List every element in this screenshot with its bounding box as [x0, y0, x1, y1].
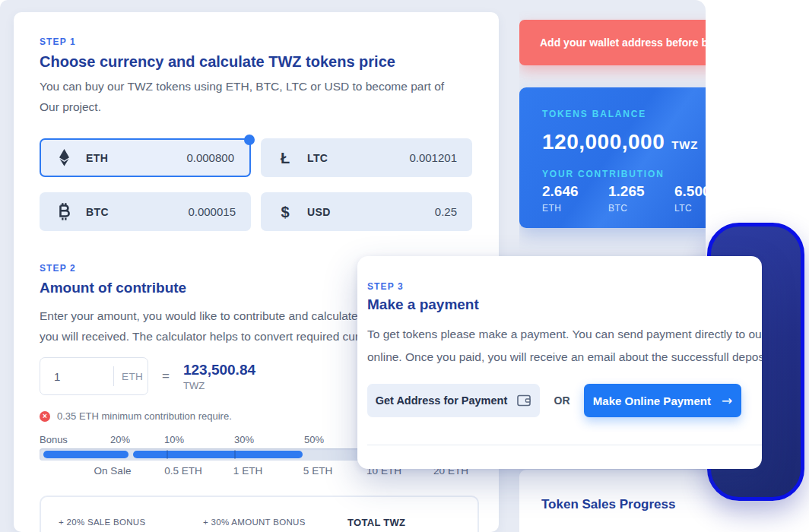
- currency-rate: 0.25: [435, 205, 457, 218]
- get-address-label: Get Address for Payment: [376, 394, 508, 407]
- dollar-icon: $: [276, 204, 294, 220]
- your-contribution-label: YOUR CONTRIBUTION: [542, 169, 665, 179]
- step3-label: STEP 3: [367, 281, 404, 292]
- bonus-bar-segment: [133, 451, 303, 458]
- bonus-bar-tick: [167, 450, 168, 459]
- bonus-label: Bonus: [40, 434, 68, 445]
- make-payment-popup: STEP 3 Make a payment To get tokens plea…: [357, 256, 762, 469]
- bonus-percent-label: 50%: [304, 434, 324, 445]
- contribution-value: 1.265: [608, 183, 674, 200]
- payment-buttons-row: Get Address for Payment OR Make Online P…: [367, 384, 741, 417]
- tokens-balance-label: TOKENS BALANCE: [542, 109, 646, 119]
- contribution-unit: ETH: [542, 203, 608, 214]
- error-text: 0.35 ETH minimum contribution require.: [57, 410, 232, 422]
- wallet-icon: [517, 394, 531, 407]
- make-online-payment-button[interactable]: Make Online Payment →: [584, 384, 741, 417]
- currency-card-eth[interactable]: ETH 0.000800: [40, 138, 251, 177]
- wallet-alert-banner[interactable]: Add your wallet address before bu: [519, 20, 706, 65]
- contribution-value: 2.646: [542, 183, 608, 200]
- bonus-eth-label: 5 ETH: [303, 465, 332, 477]
- bonus-eth-label: On Sale: [94, 465, 132, 477]
- tokens-balance-value: 120,000,000: [542, 130, 665, 154]
- step3-description-line1: To get tokens please make a payment. You…: [367, 323, 762, 346]
- currency-rate: 0.001201: [409, 151, 457, 164]
- contribution-unit: BTC: [608, 203, 674, 214]
- contribution-unit: LTC: [674, 203, 706, 214]
- amount-unit-label: ETH: [113, 366, 143, 386]
- sale-bonus-label: + 20% SALE BONUS: [59, 518, 145, 527]
- wallet-alert-text: Add your wallet address before bu: [519, 36, 706, 49]
- result-unit: TWZ: [183, 380, 255, 391]
- currency-code: BTC: [86, 206, 109, 218]
- bonus-eth-label: 1 ETH: [233, 465, 262, 477]
- tokens-balance-card: TOKENS BALANCE 120,000,000 TWZ YOUR CONT…: [519, 87, 706, 228]
- conversion-result: 123,500.84 TWZ: [183, 362, 255, 391]
- get-address-button[interactable]: Get Address for Payment: [367, 384, 540, 417]
- bonus-percent-label: 30%: [234, 434, 254, 445]
- contributions-row: 2.646 ETH 1.265 BTC 6.500 LTC: [542, 183, 706, 214]
- litecoin-icon: Ł: [276, 150, 294, 166]
- amount-input[interactable]: [40, 359, 113, 394]
- minimum-contribution-error: × 0.35 ETH minimum contribution require.: [40, 410, 232, 422]
- currency-code: ETH: [86, 152, 108, 164]
- currency-code: USD: [307, 206, 331, 218]
- buy-tokens-screen: STEP 1 Choose currency and calculate TWZ…: [0, 0, 809, 532]
- result-value: 123,500.84: [183, 362, 255, 378]
- make-online-payment-label: Make Online Payment: [593, 394, 711, 407]
- bonus-bar-segment: [43, 451, 128, 458]
- contribution-value: 6.500: [674, 183, 706, 200]
- step3-description: To get tokens please make a payment. You…: [367, 323, 762, 369]
- ethereum-icon: [55, 149, 73, 166]
- step3-description-line2: online. Once you paid, you will receive …: [367, 346, 762, 369]
- step2-title: Amount of contribute: [40, 280, 186, 296]
- equals-sign: =: [162, 369, 170, 384]
- currency-code: LTC: [307, 152, 328, 164]
- step1-title: Choose currency and calculate TWZ tokens…: [40, 53, 395, 71]
- arrow-right-icon: →: [722, 393, 732, 408]
- step2-label: STEP 2: [40, 263, 76, 274]
- contribution-ltc: 6.500 LTC: [674, 183, 706, 214]
- step3-title: Make a payment: [367, 296, 479, 313]
- bonus-bar-tick: [234, 450, 236, 459]
- bonus-percent-label: 10%: [164, 434, 184, 445]
- currency-card-btc[interactable]: BTC 0.000015: [40, 192, 251, 231]
- calculator-row: ETH = 123,500.84 TWZ: [40, 357, 255, 395]
- currency-card-ltc[interactable]: Ł LTC 0.001201: [261, 138, 472, 177]
- selected-dot: [244, 135, 255, 145]
- bonus-summary-box: + 20% SALE BONUS + 30% AMOUNT BONUS TOTA…: [40, 496, 479, 532]
- currency-rate: 0.000800: [186, 151, 234, 164]
- token-sales-progress-title: Token Sales Progress: [541, 497, 675, 512]
- bonus-percent-label: 20%: [110, 434, 130, 445]
- token-sales-progress-card: Token Sales Progress: [519, 470, 706, 532]
- currency-rate: 0.000015: [188, 205, 236, 218]
- amount-bonus-label: + 30% AMOUNT BONUS: [203, 518, 306, 527]
- tokens-balance-row: 120,000,000 TWZ: [542, 130, 698, 154]
- tokens-balance-unit: TWZ: [671, 138, 698, 151]
- contribution-eth: 2.646 ETH: [542, 183, 608, 214]
- popup-divider: [367, 445, 762, 445]
- step1-description: You can buy our TWZ tokens using ETH, BT…: [40, 76, 467, 117]
- currency-card-usd[interactable]: $ USD 0.25: [261, 192, 472, 231]
- amount-box: ETH: [40, 357, 148, 395]
- bonus-eth-label: 0.5 ETH: [164, 465, 202, 477]
- bitcoin-icon: [55, 203, 73, 220]
- or-label: OR: [540, 394, 584, 407]
- step1-label: STEP 1: [40, 36, 76, 47]
- total-twz-label: TOTAL TWZ: [347, 517, 405, 528]
- contribution-btc: 1.265 BTC: [608, 183, 674, 214]
- error-icon: ×: [40, 411, 50, 422]
